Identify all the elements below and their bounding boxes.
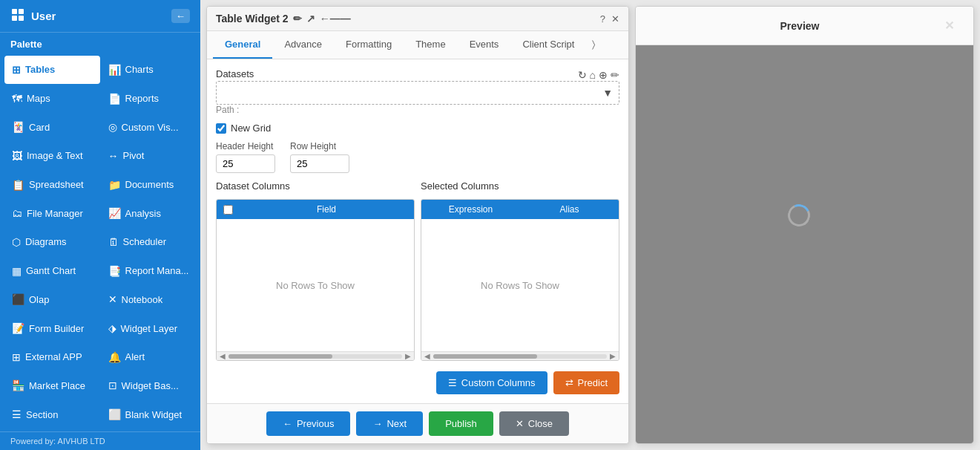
- sidebar-item-analysis[interactable]: 📈 Analysis: [101, 199, 197, 227]
- datasets-input-box[interactable]: ▼: [216, 81, 619, 105]
- close-dialog-icon[interactable]: ✕: [611, 13, 619, 25]
- sidebar-item-custom-vis[interactable]: ◎ Custom Vis...: [101, 113, 197, 141]
- tab-client-script[interactable]: Client Script: [510, 31, 586, 59]
- sidebar-item-label-olap: Olap: [29, 294, 49, 305]
- predict-button[interactable]: ⇄ Predict: [553, 371, 619, 394]
- sidebar-item-file-manager[interactable]: 🗂 File Manager: [4, 199, 100, 227]
- next-label: Next: [387, 418, 407, 429]
- blank-widget-icon: ⬜: [108, 408, 121, 420]
- sidebar-item-label-widget-layer: Widget Layer: [121, 323, 178, 334]
- sidebar-item-tables[interactable]: ⊞ Tables: [4, 56, 100, 84]
- diagrams-icon: ⬡: [12, 236, 21, 248]
- header-height-field: Header Height: [216, 141, 275, 173]
- sidebar-item-label-report-manager: Report Mana...: [125, 265, 189, 276]
- sidebar-item-section[interactable]: ☰ Section: [4, 400, 100, 428]
- sidebar-item-label-image-text: Image & Text: [27, 150, 83, 161]
- previous-label: Previous: [297, 418, 335, 429]
- custom-vis-icon: ◎: [108, 121, 117, 133]
- sidebar-item-market-place[interactable]: 🏪 Market Place: [4, 372, 100, 400]
- sidebar-item-label-alert: Alert: [125, 351, 145, 362]
- sidebar-item-form-builder[interactable]: 📝 Form Builder: [4, 314, 100, 342]
- sidebar-item-gantt[interactable]: ▦ Gantt Chart: [4, 257, 100, 285]
- help-icon[interactable]: ?: [600, 13, 605, 25]
- sidebar-item-alert[interactable]: 🔔 Alert: [101, 343, 197, 371]
- dataset-columns-scrollbar[interactable]: ◀ ▶: [217, 351, 414, 360]
- path-label: Path :: [216, 105, 619, 115]
- next-arrow-icon: →: [372, 418, 382, 429]
- refresh-icon[interactable]: ↻: [578, 69, 587, 81]
- alert-icon: 🔔: [108, 351, 121, 363]
- scroll-left-icon[interactable]: ◀: [220, 352, 226, 360]
- sidebar-item-documents[interactable]: 📁 Documents: [101, 171, 197, 199]
- prev-arrow-icon: ←: [283, 418, 292, 429]
- sidebar-item-diagrams[interactable]: ⬡ Diagrams: [4, 228, 100, 256]
- home-icon[interactable]: ⌂: [590, 69, 596, 81]
- sidebar-item-external-app[interactable]: ⊞ External APP: [4, 343, 100, 371]
- edit-title-icon[interactable]: ✏: [293, 13, 302, 25]
- sel-scroll-right-icon[interactable]: ▶: [610, 352, 616, 360]
- tab-general[interactable]: General: [213, 31, 272, 59]
- sidebar-item-widget-layer[interactable]: ⬗ Widget Layer: [101, 314, 197, 342]
- dataset-columns-label: Dataset Columns: [216, 180, 415, 192]
- add-dataset-icon[interactable]: ⊕: [599, 69, 608, 81]
- tab-theme[interactable]: Theme: [404, 31, 457, 59]
- alias-header: Alias: [520, 200, 619, 219]
- tab-events[interactable]: Events: [458, 31, 511, 59]
- datasets-input[interactable]: [223, 88, 602, 98]
- sidebar-back-button[interactable]: ←: [171, 9, 190, 23]
- card-icon: 🃏: [12, 121, 24, 133]
- sidebar-footer: Powered by: AIVHUB LTD: [0, 431, 200, 450]
- sel-scroll-track[interactable]: [433, 354, 607, 359]
- sidebar-item-label-charts: Charts: [125, 64, 154, 75]
- sel-scroll-left-icon[interactable]: ◀: [424, 352, 430, 360]
- dataset-col-select-all[interactable]: [223, 205, 233, 215]
- next-button[interactable]: → Next: [356, 411, 423, 436]
- scroll-right-icon[interactable]: ▶: [405, 352, 411, 360]
- close-button[interactable]: ✕ Close: [499, 411, 569, 436]
- sidebar-item-notebook[interactable]: ✕ Notebook: [101, 286, 197, 314]
- close-x-icon: ✕: [516, 418, 524, 429]
- external-link-icon[interactable]: ↗: [306, 13, 315, 25]
- sidebar-item-image-text[interactable]: 🖼 Image & Text: [4, 142, 100, 170]
- image-text-icon: 🖼: [12, 150, 22, 162]
- sidebar-item-olap[interactable]: ⬛ Olap: [4, 286, 100, 314]
- sidebar-item-label-tables: Tables: [25, 64, 55, 75]
- new-grid-checkbox[interactable]: [216, 123, 226, 134]
- charts-icon: 📊: [108, 64, 121, 76]
- tab-advance[interactable]: Advance: [272, 31, 334, 59]
- sidebar-item-spreadsheet[interactable]: 📋 Spreadsheet: [4, 171, 100, 199]
- publish-button[interactable]: Publish: [429, 411, 493, 436]
- previous-button[interactable]: ← Previous: [266, 411, 351, 436]
- widget-layer-icon: ⬗: [108, 322, 116, 334]
- dialog-footer: ← Previous → Next Publish ✕ Close: [207, 403, 628, 443]
- sidebar-item-reports[interactable]: 📄 Reports: [101, 85, 197, 113]
- sidebar-item-report-manager[interactable]: 📑 Report Mana...: [101, 257, 197, 285]
- scroll-track[interactable]: [228, 354, 402, 359]
- edit-dataset-icon[interactable]: ✏: [611, 69, 619, 81]
- olap-icon: ⬛: [12, 293, 24, 305]
- sidebar-item-maps[interactable]: 🗺 Maps: [4, 85, 100, 113]
- sidebar-item-scheduler[interactable]: 🗓 Scheduler: [101, 228, 197, 256]
- sidebar-item-pivot[interactable]: ↔ Pivot: [101, 142, 197, 170]
- market-place-icon: 🏪: [12, 379, 24, 391]
- sidebar-item-widget-bas[interactable]: ⊡ Widget Bas...: [101, 372, 197, 400]
- custom-columns-button[interactable]: ☰ Custom Columns: [436, 371, 547, 394]
- sidebar-item-charts[interactable]: 📊 Charts: [101, 56, 197, 84]
- sidebar-item-blank-widget[interactable]: ⬜ Blank Widget: [101, 400, 197, 428]
- dataset-columns-panel: Field No Rows To Show ◀ ▶: [216, 199, 415, 361]
- sidebar-item-label-card: Card: [29, 122, 50, 133]
- header-height-input[interactable]: [216, 154, 275, 173]
- dataset-no-rows-text: No Rows To Show: [276, 280, 355, 291]
- sidebar-item-label-widget-bas: Widget Bas...: [122, 380, 179, 391]
- preview-close-icon[interactable]: ✕: [937, 14, 961, 37]
- row-height-label: Row Height: [290, 141, 349, 151]
- tab-formatting[interactable]: Formatting: [334, 31, 404, 59]
- selected-columns-scrollbar[interactable]: ◀ ▶: [421, 351, 619, 360]
- datasets-dropdown-icon[interactable]: ▼: [602, 87, 613, 99]
- sidebar-item-label-diagrams: Diagrams: [25, 236, 67, 247]
- sidebar-item-card[interactable]: 🃏 Card: [4, 113, 100, 141]
- tabs-more-icon[interactable]: 〉: [586, 31, 601, 59]
- selected-no-rows-text: No Rows To Show: [481, 280, 559, 291]
- pivot-icon: ↔: [108, 150, 119, 162]
- row-height-input[interactable]: [290, 154, 349, 173]
